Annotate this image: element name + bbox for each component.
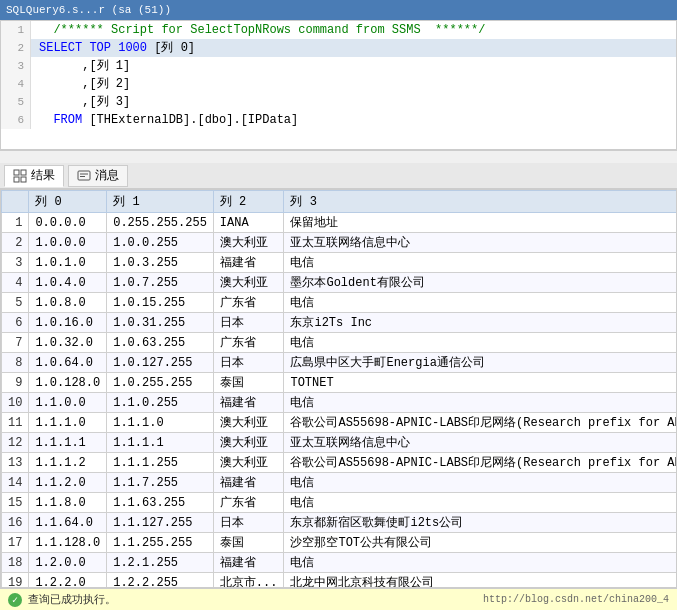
col-header-0: 列 0 [29, 191, 107, 213]
status-text: 查询已成功执行。 [28, 592, 116, 607]
cell-0: 1.2.0.0 [29, 553, 107, 573]
cell-3: 谷歌公司AS55698-APNIC-LABS印尼网络(Research pref… [284, 413, 677, 433]
results-wrapper[interactable]: 列 0 列 1 列 2 列 3 10.0.0.00.255.255.255IAN… [0, 189, 677, 588]
cell-3: 谷歌公司AS55698-APNIC-LABS印尼网络(Research pref… [284, 453, 677, 473]
table-row: 51.0.8.01.0.15.255广东省电信 [2, 293, 678, 313]
cell-1: 1.1.1.1 [107, 433, 214, 453]
row-number: 10 [2, 393, 29, 413]
cell-0: 1.1.1.1 [29, 433, 107, 453]
cell-3: TOTNET [284, 373, 677, 393]
row-number: 4 [2, 273, 29, 293]
cell-2: 澳大利亚 [213, 413, 284, 433]
cell-3: 北龙中网北京科技有限公司 [284, 573, 677, 588]
cell-1: 1.0.7.255 [107, 273, 214, 293]
cell-3: 亚太互联网络信息中心 [284, 233, 677, 253]
row-number: 13 [2, 453, 29, 473]
row-number: 8 [2, 353, 29, 373]
table-header-row: 列 0 列 1 列 2 列 3 [2, 191, 678, 213]
table-row: 81.0.64.01.0.127.255日本広島県中区大手町Energia通信公… [2, 353, 678, 373]
line-content-1: /****** Script for SelectTopNRows comman… [31, 21, 676, 39]
cell-1: 1.1.127.255 [107, 513, 214, 533]
cell-1: 1.0.31.255 [107, 313, 214, 333]
cell-3: 电信 [284, 473, 677, 493]
cell-0: 1.1.0.0 [29, 393, 107, 413]
cell-1: 0.255.255.255 [107, 213, 214, 233]
cell-1: 1.1.1.0 [107, 413, 214, 433]
cell-3: 电信 [284, 253, 677, 273]
results-table: 列 0 列 1 列 2 列 3 10.0.0.00.255.255.255IAN… [1, 190, 677, 588]
cell-2: 福建省 [213, 253, 284, 273]
cell-2: 广东省 [213, 493, 284, 513]
sql-line-4: 4 ,[列 2] [1, 75, 676, 93]
cell-0: 1.1.128.0 [29, 533, 107, 553]
tab-messages[interactable]: 消息 [68, 165, 128, 187]
row-number: 18 [2, 553, 29, 573]
horizontal-scrollbar[interactable] [0, 150, 677, 164]
cell-1: 1.2.1.255 [107, 553, 214, 573]
table-row: 151.1.8.01.1.63.255广东省电信 [2, 493, 678, 513]
cell-1: 1.1.1.255 [107, 453, 214, 473]
line-num-4: 4 [1, 75, 31, 93]
table-row: 101.1.0.01.1.0.255福建省电信 [2, 393, 678, 413]
row-number: 15 [2, 493, 29, 513]
cell-3: 电信 [284, 293, 677, 313]
svg-rect-3 [21, 177, 26, 182]
cell-2: IANA [213, 213, 284, 233]
row-number: 5 [2, 293, 29, 313]
sql-line-3: 3 ,[列 1] [1, 57, 676, 75]
cell-1: 1.1.7.255 [107, 473, 214, 493]
table-row: 191.2.2.01.2.2.255北京市...北龙中网北京科技有限公司 [2, 573, 678, 588]
status-bar: ✓ 查询已成功执行。 http://blog.csdn.net/china200… [0, 588, 677, 610]
row-number: 6 [2, 313, 29, 333]
cell-2: 广东省 [213, 333, 284, 353]
tab-results[interactable]: 结果 [4, 165, 64, 187]
table-row: 141.1.2.01.1.7.255福建省电信 [2, 473, 678, 493]
cell-0: 1.0.8.0 [29, 293, 107, 313]
cell-1: 1.0.0.255 [107, 233, 214, 253]
sql-line-5: 5 ,[列 3] [1, 93, 676, 111]
line-content-6: FROM [THExternalDB].[dbo].[IPData] [31, 111, 676, 129]
row-number: 11 [2, 413, 29, 433]
line-num-5: 5 [1, 93, 31, 111]
table-row: 21.0.0.01.0.0.255澳大利亚亚太互联网络信息中心 [2, 233, 678, 253]
svg-rect-4 [78, 171, 90, 180]
table-row: 61.0.16.01.0.31.255日本东京i2Ts Inc [2, 313, 678, 333]
cell-0: 1.0.4.0 [29, 273, 107, 293]
row-number: 14 [2, 473, 29, 493]
sql-editor[interactable]: 1 /****** Script for SelectTopNRows comm… [0, 20, 677, 150]
line-num-1: 1 [1, 21, 31, 39]
tab-bar: 结果 消息 [0, 163, 677, 189]
cell-2: 泰国 [213, 533, 284, 553]
cell-0: 1.0.1.0 [29, 253, 107, 273]
row-number: 17 [2, 533, 29, 553]
col-header-1: 列 1 [107, 191, 214, 213]
cell-3: 広島県中区大手町Energia通信公司 [284, 353, 677, 373]
cell-2: 澳大利亚 [213, 433, 284, 453]
cell-2: 泰国 [213, 373, 284, 393]
cell-0: 1.0.0.0 [29, 233, 107, 253]
cell-3: 东京i2Ts Inc [284, 313, 677, 333]
row-number: 2 [2, 233, 29, 253]
cell-0: 1.1.8.0 [29, 493, 107, 513]
row-number: 3 [2, 253, 29, 273]
svg-rect-0 [14, 170, 19, 175]
sql-line-1: 1 /****** Script for SelectTopNRows comm… [1, 21, 676, 39]
sql-lines: 1 /****** Script for SelectTopNRows comm… [1, 21, 676, 129]
cell-3: 电信 [284, 493, 677, 513]
row-number: 1 [2, 213, 29, 233]
table-row: 161.1.64.01.1.127.255日本东京都新宿区歌舞使町i2ts公司 [2, 513, 678, 533]
row-number: 19 [2, 573, 29, 588]
col-header-2: 列 2 [213, 191, 284, 213]
cell-2: 北京市... [213, 573, 284, 588]
cell-0: 1.0.64.0 [29, 353, 107, 373]
cell-2: 日本 [213, 313, 284, 333]
table-row: 31.0.1.01.0.3.255福建省电信 [2, 253, 678, 273]
line-content-2: SELECT TOP 1000 [列 0] [31, 39, 676, 57]
cell-3: 墨尔本Goldent有限公司 [284, 273, 677, 293]
cell-2: 福建省 [213, 473, 284, 493]
table-row: 171.1.128.01.1.255.255泰国沙空那空TOT公共有限公司 [2, 533, 678, 553]
cell-1: 1.0.15.255 [107, 293, 214, 313]
line-content-5: ,[列 3] [31, 93, 676, 111]
cell-3: 亚太互联网络信息中心 [284, 433, 677, 453]
svg-rect-2 [14, 177, 19, 182]
